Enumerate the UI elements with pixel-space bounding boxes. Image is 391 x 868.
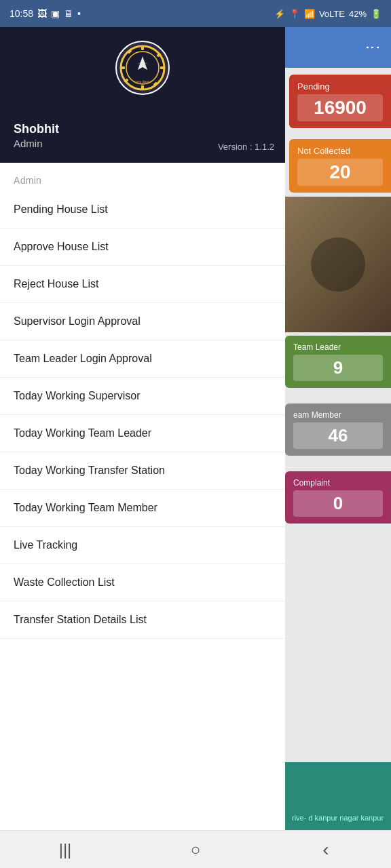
- battery-icon: 🔋: [371, 9, 381, 19]
- home-icon: ○: [191, 840, 201, 859]
- card-team-member-value: 46: [293, 422, 383, 449]
- photo-icon: 🖼: [37, 8, 47, 19]
- battery-label: 42%: [349, 9, 367, 19]
- sim-icon: ▣: [51, 8, 60, 19]
- logo-svg: नगर निगम: [119, 44, 166, 92]
- card-pending[interactable]: Pending 16900: [289, 75, 391, 128]
- nav-back-button[interactable]: ‹: [261, 831, 391, 868]
- drawer-item-reject-house-list[interactable]: Reject House List: [0, 266, 285, 303]
- card-not-collected-value: 20: [297, 159, 383, 186]
- card-not-collected[interactable]: Not Collected 20: [289, 139, 391, 193]
- bluetooth-icon: ⚡: [274, 9, 285, 19]
- monitor-icon: 🖥: [64, 8, 73, 19]
- location-icon: 📍: [289, 9, 300, 19]
- drawer-logo: नगर निगम: [115, 41, 170, 95]
- drawer-header: नगर निगम Shobhit Admin Version : 1.1.2: [0, 27, 285, 163]
- three-dots-menu-button[interactable]: ⋮: [364, 40, 381, 56]
- overlay: नगर निगम Shobhit Admin Version : 1.1.2 A…: [0, 27, 391, 830]
- signal-label: VoLTE: [319, 9, 345, 19]
- svg-text:नगर निगम: नगर निगम: [135, 80, 149, 84]
- status-bar: 10:58 🖼 ▣ 🖥 • ⚡ 📍 📶 VoLTE 42% 🔋: [0, 0, 391, 27]
- version-label: Version : 1.1.2: [218, 142, 274, 152]
- status-bar-left: 10:58 🖼 ▣ 🖥 •: [10, 8, 81, 19]
- drawer-item-team-leader-login-approval[interactable]: Team Leader Login Approval: [0, 340, 285, 378]
- status-time: 10:58: [10, 8, 33, 19]
- card-complaint[interactable]: Complaint 0: [285, 471, 391, 524]
- card-team-member-label: eam Member: [293, 410, 383, 420]
- drawer-item-today-working-supervisor[interactable]: Today Working Supervisor: [0, 378, 285, 415]
- card-team-leader[interactable]: Team Leader 9: [285, 336, 391, 388]
- drawer-item-today-working-team-leader[interactable]: Today Working Team Leader: [0, 415, 285, 452]
- drawer-item-live-tracking[interactable]: Live Tracking: [0, 527, 285, 564]
- status-bar-right: ⚡ 📍 📶 VoLTE 42% 🔋: [274, 9, 381, 19]
- drawer-item-today-working-transfer-station[interactable]: Today Working Transfer Station: [0, 452, 285, 490]
- card-pending-value: 16900: [297, 94, 383, 121]
- card-team-leader-label: Team Leader: [293, 342, 383, 352]
- svg-rect-5: [160, 66, 164, 69]
- dot-icon: •: [77, 8, 81, 19]
- drawer-item-transfer-station-details-list[interactable]: Transfer Station Details List: [0, 601, 285, 639]
- drawer-item-pending-house-list[interactable]: Pending House List: [0, 191, 285, 229]
- svg-rect-3: [141, 85, 144, 90]
- banner-text: rive- d kanpur nagar kanpur: [292, 813, 384, 823]
- svg-rect-2: [141, 46, 144, 50]
- recent-apps-icon: |||: [59, 840, 72, 859]
- waste-image: [285, 197, 391, 332]
- logo-circle: नगर निगम: [115, 41, 170, 95]
- image-circle: [311, 237, 365, 292]
- drawer-item-approve-house-list[interactable]: Approve House List: [0, 229, 285, 266]
- main-content: ⋮ Pending 16900 Not Collected 20 Team Le…: [285, 27, 391, 830]
- card-pending-label: Pending: [297, 81, 383, 92]
- nav-drawer: नगर निगम Shobhit Admin Version : 1.1.2 A…: [0, 27, 285, 830]
- back-icon: ‹: [322, 839, 329, 861]
- card-team-member[interactable]: eam Member 46: [285, 403, 391, 456]
- drawer-item-today-working-team-member[interactable]: Today Working Team Member: [0, 490, 285, 527]
- drawer-section-label: Admin: [0, 163, 285, 191]
- card-complaint-label: Complaint: [293, 478, 383, 488]
- bottom-banner: rive- d kanpur nagar kanpur: [285, 762, 391, 830]
- user-role: Admin: [14, 138, 43, 149]
- drawer-item-waste-collection-list[interactable]: Waste Collection List: [0, 564, 285, 601]
- main-top-bar: ⋮: [285, 27, 391, 68]
- card-complaint-value: 0: [293, 490, 383, 517]
- drawer-menu: Pending House ListApprove House ListReje…: [0, 191, 285, 639]
- wifi-icon: 📶: [304, 9, 315, 19]
- user-name: Shobhit: [14, 122, 59, 136]
- bottom-nav: ||| ○ ‹: [0, 830, 391, 868]
- card-team-leader-value: 9: [293, 355, 383, 381]
- nav-home-button[interactable]: ○: [130, 831, 261, 868]
- drawer-item-supervisor-login-approval[interactable]: Supervisor Login Approval: [0, 303, 285, 340]
- card-not-collected-label: Not Collected: [297, 146, 383, 156]
- svg-rect-4: [121, 66, 125, 69]
- nav-recent-apps-button[interactable]: |||: [0, 831, 130, 868]
